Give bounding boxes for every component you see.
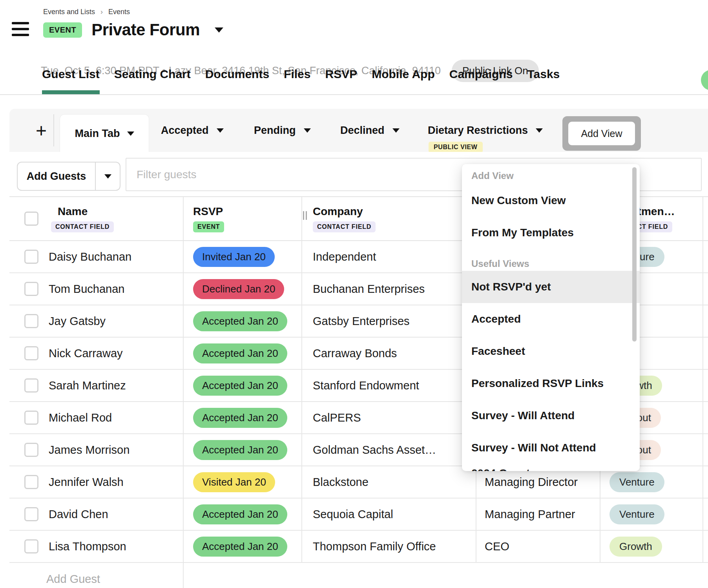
menu-scrollbar[interactable]: [632, 167, 637, 341]
menu-item-2024-guests[interactable]: 2024 Guests: [462, 464, 640, 471]
menu-item-new-custom-view[interactable]: New Custom View: [462, 184, 640, 217]
row-checkbox[interactable]: [24, 346, 38, 360]
chevron-down-icon[interactable]: [304, 128, 311, 133]
tab-campaigns[interactable]: Campaigns: [449, 68, 513, 94]
segment-badge: Venture: [609, 504, 664, 524]
add-guest-placeholder[interactable]: Add Guest: [9, 573, 100, 586]
segment-badge: Venture: [609, 472, 664, 492]
row-checkbox[interactable]: [24, 411, 38, 425]
menu-section-header-useful-views: Useful Views: [462, 249, 640, 271]
row-checkbox[interactable]: [24, 475, 38, 489]
chevron-down-icon[interactable]: [536, 128, 543, 133]
guest-name-cell: Sarah Martinez: [9, 370, 184, 401]
add-guests-split-button[interactable]: Add Guests: [17, 162, 120, 191]
company-cell: Independent: [302, 241, 476, 272]
chevron-down-icon[interactable]: [392, 128, 400, 133]
rsvp-cell: Accepted Jan 20: [184, 531, 302, 562]
breadcrumb-events[interactable]: Events: [108, 8, 130, 16]
add-view-dropdown-menu: Add ViewNew Custom ViewFrom My Templates…: [462, 164, 640, 471]
column-header-name: NameCONTACT FIELD: [9, 197, 184, 240]
view-tab-strip: + Main Tab Accepted Pending Declined Die…: [9, 109, 708, 152]
segment-cell: Growth: [600, 531, 703, 562]
title-cell: CEO: [476, 531, 600, 562]
rsvp-status-pill[interactable]: Accepted Jan 20: [193, 343, 287, 363]
company-name: Carraway Bonds: [313, 347, 397, 360]
tab-files[interactable]: Files: [284, 68, 310, 94]
guest-name: Jennifer Walsh: [49, 476, 124, 489]
menu-item-survey-will-attend[interactable]: Survey - Will Attend: [462, 400, 640, 432]
segment-badge: Growth: [609, 537, 662, 557]
hamburger-menu-icon[interactable]: [12, 22, 29, 37]
breadcrumb-events-and-lists[interactable]: Events and Lists: [43, 8, 95, 16]
menu-item-from-my-templates[interactable]: From My Templates: [462, 217, 640, 249]
rsvp-status-pill[interactable]: Declined Jan 20: [193, 279, 284, 299]
guest-name: Nick Carraway: [49, 347, 123, 360]
guest-name: Sarah Martinez: [49, 379, 126, 392]
rsvp-status-pill[interactable]: Accepted Jan 20: [193, 537, 287, 557]
public-view-badge: PUBLIC VIEW: [429, 142, 483, 153]
row-checkbox[interactable]: [24, 507, 38, 521]
menu-section-header-add-view: Add View: [462, 164, 640, 184]
tab-rsvp[interactable]: RSVP: [325, 68, 357, 94]
select-all-checkbox[interactable]: [24, 212, 38, 226]
rsvp-status-pill[interactable]: Accepted Jan 20: [193, 408, 287, 428]
row-checkbox[interactable]: [24, 250, 38, 264]
company-cell: Thompson Family Office: [302, 531, 476, 562]
rsvp-status-pill[interactable]: Accepted Jan 20: [193, 376, 287, 396]
add-guests-dropdown-button[interactable]: [96, 174, 120, 179]
company-name: Gatsby Enterprises: [313, 315, 410, 328]
add-view-button[interactable]: Add View: [568, 122, 635, 145]
row-checkbox[interactable]: [24, 378, 38, 393]
menu-item-accepted[interactable]: Accepted: [462, 303, 640, 335]
guest-name: Tom Buchanan: [49, 283, 124, 296]
tab-tasks[interactable]: Tasks: [527, 68, 560, 94]
nav-tabs: Guest ListSeating ChartDocumentsFilesRSV…: [42, 68, 560, 94]
rsvp-status-pill[interactable]: Invited Jan 20: [193, 247, 275, 267]
view-tab-main-tab[interactable]: Main Tab: [60, 114, 149, 152]
row-checkbox[interactable]: [24, 282, 38, 296]
menu-item-not-rsvp-d-yet[interactable]: Not RSVP'd yet: [462, 271, 640, 303]
company-name: Stanford Endowment: [313, 379, 419, 392]
tab-documents[interactable]: Documents: [205, 68, 269, 94]
menu-item-facesheet[interactable]: Facesheet: [462, 335, 640, 367]
add-tab-button[interactable]: +: [28, 109, 54, 152]
menu-item-personalized-rsvp-links[interactable]: Personalized RSVP Links: [462, 367, 640, 400]
view-tab-accepted[interactable]: Accepted: [161, 109, 224, 152]
row-checkbox[interactable]: [24, 539, 38, 553]
company-cell: Goldman Sachs Asset…: [302, 434, 476, 466]
title-cell: Managing Partner: [476, 499, 600, 530]
row-checkbox[interactable]: [24, 443, 38, 457]
rsvp-status-pill[interactable]: Accepted Jan 20: [193, 311, 287, 331]
company-cell: Buchanan Enterprises: [302, 273, 476, 305]
add-guests-button[interactable]: Add Guests: [18, 170, 95, 183]
guest-name: Michael Rod: [49, 411, 112, 424]
tab-mobile-app[interactable]: Mobile App: [372, 68, 435, 94]
rsvp-status-pill[interactable]: Accepted Jan 20: [193, 504, 287, 524]
add-guest-row[interactable]: Add Guest: [9, 563, 708, 588]
menu-item-survey-will-not-attend[interactable]: Survey - Will Not Attend: [462, 432, 640, 464]
view-tab-pending[interactable]: Pending: [254, 109, 311, 152]
guest-name-cell: James Morrison: [9, 434, 184, 466]
view-tab-declined[interactable]: Declined: [340, 109, 400, 152]
rsvp-status-pill[interactable]: Visited Jan 20: [193, 472, 275, 492]
add-view-button-focus-ring: Add View: [562, 116, 641, 151]
column-resize-handle[interactable]: [303, 211, 307, 220]
chevron-down-icon[interactable]: [217, 128, 224, 133]
company-name: Thompson Family Office: [313, 540, 436, 553]
tab-guest-list[interactable]: Guest List: [42, 68, 100, 94]
tab-seating-chart[interactable]: Seating Chart: [114, 68, 191, 94]
row-checkbox[interactable]: [24, 314, 38, 328]
rsvp-cell: Invited Jan 20: [184, 241, 302, 272]
chevron-down-icon[interactable]: [127, 131, 134, 136]
rsvp-cell: Accepted Jan 20: [184, 305, 302, 337]
avatar[interactable]: [701, 70, 708, 90]
company-name: Goldman Sachs Asset…: [313, 444, 436, 457]
guest-name-cell: Tom Buchanan: [9, 273, 184, 305]
column-type-badge: CONTACT FIELD: [51, 221, 114, 232]
rsvp-status-pill[interactable]: Accepted Jan 20: [193, 440, 287, 460]
company-cell: Sequoia Capital: [302, 499, 476, 530]
title-row: EVENT Private Forum: [43, 20, 223, 39]
title-chevron-down-icon[interactable]: [215, 27, 223, 33]
guest-title: Managing Director: [485, 476, 578, 489]
rsvp-cell: Accepted Jan 20: [184, 370, 302, 401]
